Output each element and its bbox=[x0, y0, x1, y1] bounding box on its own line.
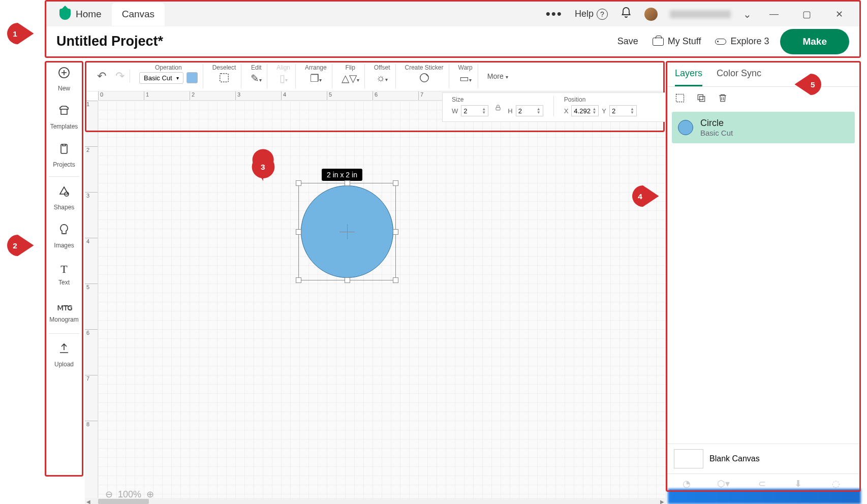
avatar[interactable] bbox=[644, 8, 658, 21]
tab-colorsync[interactable]: Color Sync bbox=[717, 68, 761, 86]
svg-text:4: 4 bbox=[638, 192, 642, 201]
home-icon bbox=[59, 9, 71, 20]
edit-toolbar: ↶ ↷ Operation Basic Cut▾ Deselect Edit ✎… bbox=[85, 61, 666, 91]
canvas-grid[interactable] bbox=[98, 101, 666, 504]
upload-icon bbox=[58, 342, 70, 358]
layer-item[interactable]: Circle Basic Cut bbox=[672, 112, 855, 143]
sidebar-label: Text bbox=[58, 279, 70, 286]
color-swatch[interactable] bbox=[187, 72, 198, 83]
svg-text:1: 1 bbox=[13, 29, 17, 38]
ruler-vertical: 12 34 56 78 bbox=[85, 101, 98, 504]
svg-text:2: 2 bbox=[13, 241, 17, 250]
deselect-label: Deselect bbox=[212, 64, 236, 71]
selection-box[interactable] bbox=[298, 183, 396, 280]
mystuff-button[interactable]: My Stuff bbox=[653, 36, 701, 47]
save-button[interactable]: Save bbox=[617, 36, 638, 47]
make-button[interactable]: Make bbox=[780, 29, 849, 54]
sidebar-item-shapes[interactable]: Shapes bbox=[45, 179, 83, 217]
sidebar-item-images[interactable]: Images bbox=[45, 217, 83, 255]
templates-icon bbox=[58, 105, 70, 120]
text-icon: T bbox=[60, 263, 67, 276]
warp-button[interactable]: ▭▾ bbox=[459, 72, 472, 84]
scrollbar-horizontal[interactable]: ◀ ▶ bbox=[85, 498, 666, 504]
y-input[interactable]: 2▲▼ bbox=[609, 105, 637, 116]
tab-layers[interactable]: Layers bbox=[675, 68, 702, 86]
header-row: Home Canvas ••• Help ? ⌄ — ▢ ✕ bbox=[45, 0, 861, 26]
username bbox=[670, 10, 731, 18]
annotation-marker-5: 5 bbox=[793, 70, 828, 99]
tab-canvas[interactable]: Canvas bbox=[112, 3, 165, 26]
svg-text:5: 5 bbox=[811, 80, 815, 89]
operation-select[interactable]: Basic Cut▾ bbox=[139, 72, 183, 84]
delete-icon[interactable] bbox=[718, 93, 728, 106]
svg-text:3: 3 bbox=[261, 163, 265, 171]
sidebar-label: Monogram bbox=[49, 316, 78, 323]
project-title[interactable]: Untitled Project* bbox=[56, 34, 163, 49]
layer-name: Circle bbox=[700, 118, 733, 129]
x-label: X bbox=[564, 107, 569, 115]
svg-rect-6 bbox=[676, 94, 684, 102]
sticker-button[interactable] bbox=[419, 72, 430, 86]
blank-canvas-row[interactable]: Blank Canvas bbox=[666, 444, 861, 474]
sidebar-item-upload[interactable]: Upload bbox=[45, 336, 83, 374]
sidebar-label: Templates bbox=[50, 123, 78, 130]
svg-rect-5 bbox=[496, 107, 500, 110]
window-close-icon[interactable]: ✕ bbox=[829, 7, 849, 22]
redo-button[interactable]: ↷ bbox=[115, 70, 125, 83]
shapes-icon bbox=[58, 185, 70, 201]
h-label: H bbox=[508, 107, 512, 115]
offset-button[interactable]: ☼▾ bbox=[376, 72, 388, 84]
lock-aspect-icon[interactable] bbox=[494, 104, 502, 113]
layers-panel: Layers Color Sync Circle Basic Cut Blank… bbox=[666, 61, 861, 504]
flip-button[interactable]: △▽▾ bbox=[342, 72, 359, 84]
bottom-banner bbox=[668, 489, 861, 504]
help-icon: ? bbox=[597, 9, 608, 20]
arrange-button[interactable]: ❐▾ bbox=[310, 72, 322, 84]
dimension-badge: 2 in x 2 in bbox=[322, 169, 362, 181]
canvas-area[interactable]: 01 23 45 67 12 34 56 78 2 in x 2 in ⊖ 10… bbox=[85, 91, 666, 504]
deselect-button[interactable] bbox=[219, 72, 230, 86]
window-minimize-icon[interactable]: — bbox=[764, 7, 784, 22]
notification-icon[interactable] bbox=[620, 7, 632, 22]
height-input[interactable]: 2▲▼ bbox=[516, 105, 543, 116]
sidebar: New Templates Projects Shapes Images T T… bbox=[45, 60, 83, 504]
mystuff-icon bbox=[653, 38, 664, 46]
width-input[interactable]: 2▲▼ bbox=[461, 105, 488, 116]
window-maximize-icon[interactable]: ▢ bbox=[796, 7, 817, 22]
help-button[interactable]: Help ? bbox=[575, 9, 608, 20]
annotation-marker-4: 4 bbox=[625, 182, 661, 210]
layer-swatch-icon bbox=[678, 120, 693, 135]
more-button[interactable]: More ▾ bbox=[482, 72, 508, 80]
annotation-marker-3: 3 bbox=[249, 147, 277, 183]
plus-icon bbox=[58, 67, 70, 82]
tab-home[interactable]: Home bbox=[49, 3, 112, 26]
annotation-marker-1: 1 bbox=[0, 19, 36, 48]
align-button: ▯▾ bbox=[280, 72, 288, 84]
machine-selector[interactable]: Explore 3 bbox=[715, 36, 769, 47]
monogram-icon: ᴍᴛɢ bbox=[57, 302, 72, 313]
edit-button[interactable]: ✎▾ bbox=[251, 72, 262, 84]
sidebar-item-text[interactable]: T Text bbox=[45, 255, 83, 293]
images-icon bbox=[58, 224, 70, 239]
sidebar-item-projects[interactable]: Projects bbox=[45, 136, 83, 174]
annotation-marker-2: 2 bbox=[0, 231, 36, 260]
sidebar-item-templates[interactable]: Templates bbox=[45, 98, 83, 136]
sidebar-item-new[interactable]: New bbox=[45, 60, 83, 98]
canvas-thumbnail bbox=[674, 449, 703, 468]
tab-home-label: Home bbox=[76, 9, 102, 20]
machine-icon bbox=[715, 39, 726, 45]
project-bar: Untitled Project* Save My Stuff Explore … bbox=[45, 26, 861, 58]
sidebar-label: Shapes bbox=[54, 204, 75, 211]
sidebar-item-monogram[interactable]: ᴍᴛɢ Monogram bbox=[45, 293, 83, 331]
edit-label: Edit bbox=[251, 64, 262, 71]
offset-label: Offset bbox=[374, 64, 390, 71]
more-menu-icon[interactable]: ••• bbox=[546, 6, 563, 22]
svg-rect-8 bbox=[700, 97, 705, 102]
duplicate-icon[interactable] bbox=[696, 93, 706, 106]
size-position-panel: Size W 2▲▼ H 2▲▼ Position X 4.292▲▼ Y 2▲… bbox=[442, 92, 666, 122]
account-chevron-icon[interactable]: ⌄ bbox=[743, 8, 752, 20]
x-input[interactable]: 4.292▲▼ bbox=[571, 105, 599, 116]
w-label: W bbox=[452, 107, 458, 115]
undo-button[interactable]: ↶ bbox=[97, 70, 106, 83]
select-all-icon[interactable] bbox=[675, 93, 685, 106]
